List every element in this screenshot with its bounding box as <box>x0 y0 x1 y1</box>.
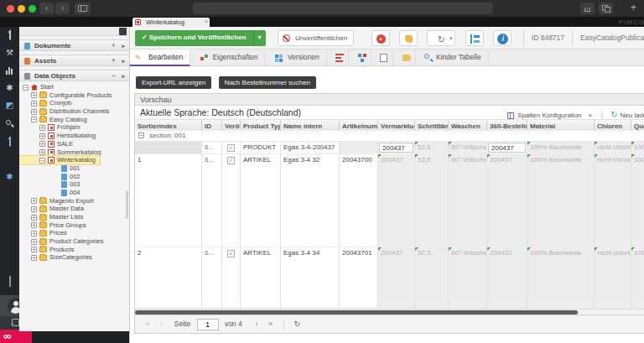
checkbox-checked[interactable]: ✓ <box>227 157 235 164</box>
tree-node[interactable]: +Herbstkatalog <box>19 132 129 140</box>
expander-icon[interactable]: + <box>31 222 37 228</box>
gear-icon[interactable]: ✱ <box>4 82 15 93</box>
show-tabs-button[interactable] <box>599 3 613 14</box>
cell-qualitaet[interactable]: 100% Baumwolle <box>631 247 644 309</box>
locate-in-tree-button[interactable] <box>465 30 484 46</box>
cell-product-type[interactable]: ARTIKEL <box>241 154 281 247</box>
cell-vermarktung[interactable]: 200437 <box>378 247 415 309</box>
zoom-window-button[interactable] <box>29 5 36 13</box>
horizontal-scrollbar[interactable] <box>135 309 644 314</box>
browser-forward-button[interactable]: › <box>55 3 70 14</box>
cell-360-bestellnummer-editable[interactable]: 200437 <box>487 142 527 154</box>
cell-360-bestellnummer[interactable]: 200437 <box>487 154 527 247</box>
column-header[interactable]: Chloren <box>595 120 631 131</box>
save-options-caret[interactable]: ▾ <box>253 30 266 46</box>
monitor-icon[interactable] <box>4 276 15 287</box>
settings-blue-icon[interactable]: ✱ <box>4 171 15 182</box>
cell-vermarktung-editable[interactable]: 200437 <box>378 142 415 154</box>
accordion-dokumente[interactable]: Dokumente + ▸ <box>19 39 129 51</box>
tree-node[interactable]: +Products <box>19 246 129 254</box>
horizontal-scrollbar-thumb[interactable] <box>135 310 578 314</box>
cell-material[interactable]: 100% Baumwolle <box>527 247 595 309</box>
tree-node[interactable]: +Sommerkatalog <box>19 148 129 157</box>
cell-schrittlaenge[interactable]: 52,5 <box>415 142 449 154</box>
cell-sortierindex[interactable]: 1 <box>135 154 202 247</box>
collapse-panel-icon[interactable] <box>119 28 127 35</box>
expander-icon[interactable]: + <box>31 247 37 252</box>
cell-waschen[interactable]: 60°-Wäsche <box>449 247 487 309</box>
pimcore-mark-icon[interactable]: ◩ <box>4 100 15 111</box>
search-icon[interactable] <box>4 118 15 129</box>
blue-square-icon[interactable] <box>4 153 15 164</box>
documents-icon[interactable] <box>4 29 15 40</box>
expander-icon[interactable]: − <box>39 158 45 164</box>
column-header[interactable]: Artikelnummer <box>340 120 378 131</box>
cell-name-intern[interactable]: Egas 3-4-200437 <box>281 142 340 154</box>
tab-eigenschaften[interactable]: Eigenschaften <box>195 49 266 66</box>
tree-node[interactable]: +Magento Export <box>19 197 129 205</box>
expander-icon[interactable]: + <box>31 101 37 107</box>
tree-node[interactable]: 002 <box>19 173 129 181</box>
cell-qualitaet[interactable]: 100% Baumwolle <box>631 142 644 154</box>
close-icon[interactable]: × <box>205 17 208 26</box>
cell-chloren[interactable]: nicht chlorbar <box>595 142 631 154</box>
cell-published[interactable]: ✓ <box>222 154 241 247</box>
cell-sortierindex[interactable]: 2 <box>135 247 202 309</box>
cell-qualitaet[interactable]: 100% Baumwolle <box>631 154 644 247</box>
expander-icon[interactable]: + <box>31 92 37 98</box>
accordion-assets[interactable]: Assets + ▸ <box>19 55 129 66</box>
expander-icon[interactable]: + <box>31 109 37 115</box>
column-header[interactable]: Veröf <box>222 120 241 131</box>
share-button[interactable]: ↑ <box>580 3 595 14</box>
unpublish-button[interactable]: Unveröffentlichen <box>278 30 354 46</box>
last-page-icon[interactable]: » <box>264 315 276 333</box>
minimize-window-button[interactable] <box>18 5 25 13</box>
tree-scrollbar-thumb[interactable] <box>126 190 128 219</box>
expander-icon[interactable]: + <box>31 198 37 204</box>
cell-sortierindex[interactable] <box>135 142 202 154</box>
cell-name-intern[interactable]: Egas 3-4 32 <box>281 154 340 247</box>
column-header[interactable]: ID <box>202 120 222 131</box>
cell-published[interactable]: ✓ <box>222 247 241 309</box>
cell-material[interactable]: 100% Baumwolle <box>527 154 595 247</box>
tab-dependencies[interactable] <box>353 49 371 66</box>
cell-schrittlaenge[interactable]: 52,5 <box>415 247 449 309</box>
add-icon[interactable]: + <box>112 40 116 51</box>
export-url-button[interactable]: Export-URL anzeigen <box>136 76 211 89</box>
tree-node[interactable]: +SALE <box>19 140 129 148</box>
tree-node[interactable]: 003 <box>19 180 129 189</box>
tree-node[interactable]: 001 <box>19 164 129 173</box>
tree-node[interactable]: +SizeCategories <box>19 253 129 262</box>
info-button[interactable]: i <box>493 30 512 46</box>
column-header[interactable]: Name intern <box>281 120 340 131</box>
column-header[interactable]: Sortierindex <box>135 120 202 131</box>
column-header[interactable]: Schrittlänge <box>415 120 449 131</box>
column-header[interactable]: 360-Bestellnummer <box>487 120 527 131</box>
collapse-group-icon[interactable]: − <box>138 133 144 138</box>
expander-icon[interactable]: − <box>23 85 29 91</box>
column-header[interactable]: Vermarktungs-B <box>378 120 415 131</box>
cell-360-bestellnummer[interactable]: 200437 <box>487 247 527 309</box>
tab-winterkatalog[interactable]: Winterkatalog × <box>132 18 210 27</box>
chevron-right-icon[interactable]: ▸ <box>122 70 125 81</box>
tree-node[interactable]: +Cronjob <box>19 99 129 107</box>
close-window-button[interactable] <box>7 5 14 13</box>
tree-node[interactable]: +Frühjahr <box>19 123 129 132</box>
cell-waschen[interactable]: 60°-Wäsche <box>449 142 487 154</box>
next-page-icon[interactable]: › <box>251 315 262 333</box>
accordion-data-objects[interactable]: Data Objects − ▸ <box>19 70 129 81</box>
tab-kinder-tabelle[interactable]: Kinder Tabelle <box>419 49 489 66</box>
expander-icon[interactable]: − <box>31 117 37 122</box>
add-icon[interactable]: + <box>112 55 116 66</box>
column-header[interactable]: Material <box>527 120 595 131</box>
expander-icon[interactable]: + <box>31 255 37 261</box>
column-header[interactable]: Waschen <box>449 120 487 131</box>
browser-sidebar-button[interactable] <box>75 3 91 14</box>
cell-product-type[interactable]: ARTIKEL <box>241 247 281 309</box>
expander-icon[interactable]: + <box>39 133 45 139</box>
cell-vermarktung[interactable]: 200437 <box>378 154 415 247</box>
tab-versionen[interactable]: Versionen <box>269 49 327 66</box>
cell-chloren[interactable]: nicht chlorbar <box>595 154 631 247</box>
tree-node[interactable]: +Distribution Channels <box>19 107 129 116</box>
tree-node[interactable]: +Prices <box>19 229 129 237</box>
